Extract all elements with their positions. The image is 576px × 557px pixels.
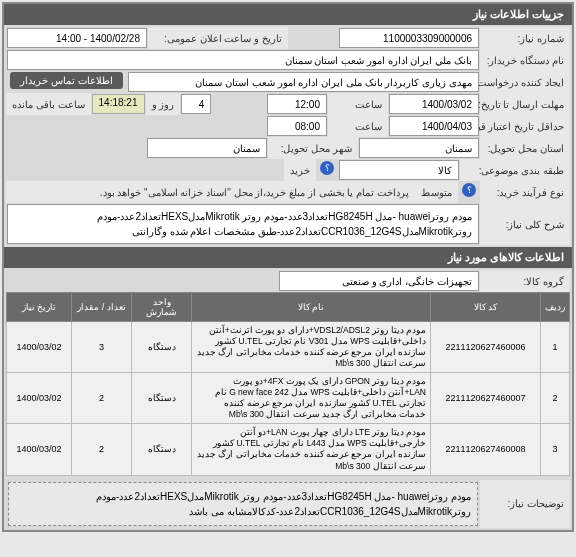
label-day-and: روز و xyxy=(146,93,181,115)
label-hour-1: ساعت xyxy=(328,93,388,115)
label-need-cat: طبقه بندی موضوعی: xyxy=(460,159,570,181)
table-row: 32211120627460008مودم دیتا روتر LTE دارا… xyxy=(7,424,570,475)
label-creator: ایجاد کننده درخواست: xyxy=(480,71,570,93)
table-row: 12211120627460006مودم دیتا روتر VDSL2/AD… xyxy=(7,322,570,373)
label-delivery-place: استان محل تحویل: xyxy=(480,137,570,159)
cell-code: 2211120627460008 xyxy=(431,424,541,475)
cell-desc: مودم دیتا روتر GPON دارای یک پورت 4FX+دو… xyxy=(192,373,431,424)
value-org-name: بانک ملي ايران اداره امور شعب استان سمنا… xyxy=(7,50,479,70)
cell-desc: مودم دیتا روتر LTE دارای چهار پورت LAN+د… xyxy=(192,424,431,475)
col-date: تاریخ نیاز xyxy=(7,293,72,322)
col-qty: تعداد / مقدار xyxy=(72,293,132,322)
value-need-no: 1100003309000006 xyxy=(339,28,479,48)
value-validity-time: 08:00 xyxy=(267,116,327,136)
cell-idx: 3 xyxy=(541,424,570,475)
value-validity-date: 1400/04/03 xyxy=(389,116,479,136)
table-row: 22211120627460007مودم دیتا روتر GPON دار… xyxy=(7,373,570,424)
cell-idx: 2 xyxy=(541,373,570,424)
label-need-no: شماره نیاز: xyxy=(480,27,570,49)
table-header-row: ردیف کد کالا نام کالا واحد شمارش تعداد /… xyxy=(7,293,570,322)
label-public-time: تاریخ و ساعت اعلان عمومی: xyxy=(148,27,288,49)
cell-unit: دستگاه xyxy=(132,322,192,373)
value-creator: مهدی زیاری کاربردار بانک ملی ایران اداره… xyxy=(128,72,479,92)
value-delivery-province: سمنان xyxy=(359,138,479,158)
label-overall-title: شرح کلی نیاز: xyxy=(480,203,570,245)
cell-code: 2211120627460007 xyxy=(431,373,541,424)
label-group: گروه کالا: xyxy=(480,270,570,292)
label-delivery-city: شهر محل تحویل: xyxy=(268,137,358,159)
value-overall-title: مودم روترhuawei -مدل HG8245Hتعداد3عدد-مو… xyxy=(7,204,479,244)
col-idx: ردیف xyxy=(541,293,570,322)
col-unit: واحد شمارش xyxy=(132,293,192,322)
label-send-deadline: مهلت ارسال تا تاریخ: xyxy=(480,93,570,115)
cell-desc: مودم دیتا روتر VDSL2/ADSL2+دارای دو پورت… xyxy=(192,322,431,373)
cell-qty: 3 xyxy=(72,322,132,373)
label-org-name: نام دستگاه خریدار: xyxy=(480,49,570,71)
value-need-cat: کالا xyxy=(339,160,459,180)
buy-type-text: پرداخت تمام یا بخشی از مبلغ خرید،از محل … xyxy=(6,181,415,203)
col-desc: نام کالا xyxy=(192,293,431,322)
label-notes: توضیحات نیاز: xyxy=(480,480,570,528)
label-buy-icon: متوسط xyxy=(415,181,458,203)
value-days-left: 4 xyxy=(181,94,211,114)
countdown-timer: 14:18:21 xyxy=(92,94,145,114)
col-code: کد کالا xyxy=(431,293,541,322)
label-cat-icon: خرید xyxy=(284,159,316,181)
cell-idx: 1 xyxy=(541,322,570,373)
cell-unit: دستگاه xyxy=(132,373,192,424)
label-remaining: ساعت باقی مانده xyxy=(6,93,91,115)
label-validity: حداقل تاریخ اعتبار قیمت: xyxy=(480,115,570,137)
category-info-icon[interactable]: ؟ xyxy=(320,161,334,175)
value-send-time: 12:00 xyxy=(267,94,327,114)
cell-qty: 2 xyxy=(72,373,132,424)
cell-date: 1400/03/02 xyxy=(7,373,72,424)
value-delivery-city: سمنان xyxy=(147,138,267,158)
section-header-need-details: جزییات اطلاعات نیاز xyxy=(4,4,572,25)
label-buy-type: نوع فرآیند خرید: xyxy=(480,181,570,203)
cell-qty: 2 xyxy=(72,424,132,475)
cell-unit: دستگاه xyxy=(132,424,192,475)
value-public-time: 1400/02/28 - 14:00 xyxy=(7,28,147,48)
cell-code: 2211120627460006 xyxy=(431,322,541,373)
value-send-date: 1400/03/02 xyxy=(389,94,479,114)
contact-buyer-button[interactable]: اطلاعات تماس خریدار xyxy=(10,72,123,89)
buy-type-info-icon[interactable]: ؟ xyxy=(462,183,476,197)
items-table: ردیف کد کالا نام کالا واحد شمارش تعداد /… xyxy=(6,292,570,476)
value-group: تجهیزات خانگی، اداری و صنعتی xyxy=(279,271,479,291)
cell-date: 1400/03/02 xyxy=(7,424,72,475)
label-hour-2: ساعت xyxy=(328,115,388,137)
cell-date: 1400/03/02 xyxy=(7,322,72,373)
section-header-items: اطلاعات کالاهای مورد نیاز xyxy=(4,247,572,268)
value-notes: مودم روترhuawei -مدل HG8245Hتعداد3عدد-مو… xyxy=(8,482,478,526)
